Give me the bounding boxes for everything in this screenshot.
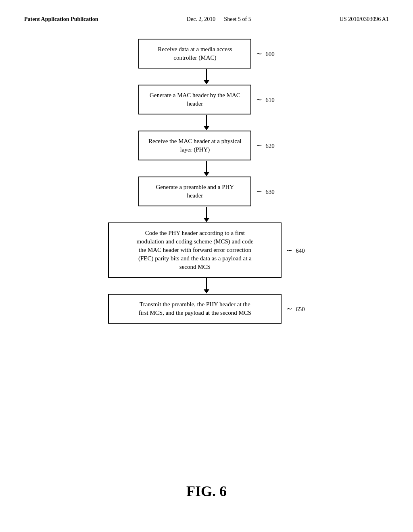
label-610: 610	[265, 97, 275, 103]
figure-caption: FIG. 6	[0, 483, 413, 500]
flow-box-600: Receive data at a media accesscontroller…	[138, 39, 251, 69]
flow-label-650: ∼ 650	[286, 304, 305, 313]
flow-row-640: Code the PHY header according to a first…	[108, 222, 305, 278]
flow-label-610: ∼ 610	[256, 95, 274, 104]
flow-row-620: Receive the MAC header at a physicallaye…	[138, 131, 274, 160]
label-630: 630	[265, 189, 275, 195]
flow-label-640: ∼ 640	[286, 246, 305, 255]
tilde-650: ∼	[286, 305, 292, 313]
flow-box-600-text: Receive data at a media accesscontroller…	[158, 46, 232, 61]
flow-box-630: Generate a preamble and a PHYheader	[138, 177, 251, 206]
header-publication: Patent Application Publication	[24, 16, 98, 23]
arrow-630-640	[204, 206, 209, 222]
page-header: Patent Application Publication Dec. 2, 2…	[24, 16, 389, 23]
label-600: 600	[265, 51, 275, 57]
flow-label-620: ∼ 620	[256, 141, 274, 150]
tilde-640: ∼	[286, 246, 292, 254]
label-640: 640	[296, 247, 305, 254]
flow-box-630-text: Generate a preamble and a PHYheader	[156, 184, 234, 199]
page: Patent Application Publication Dec. 2, 2…	[0, 0, 413, 532]
tilde-610: ∼	[256, 96, 262, 104]
arrow-600-610	[204, 69, 209, 85]
flowchart: Receive data at a media accesscontroller…	[24, 39, 389, 324]
label-650: 650	[296, 306, 305, 312]
flow-box-620-text: Receive the MAC header at a physicallaye…	[148, 138, 242, 153]
header-date-sheet: Dec. 2, 2010 Sheet 5 of 5	[187, 16, 251, 23]
label-620: 620	[265, 143, 275, 149]
arrow-610-620	[204, 114, 209, 131]
tilde-620: ∼	[256, 141, 262, 150]
flow-label-630: ∼ 630	[256, 187, 274, 196]
tilde-600: ∼	[256, 50, 262, 58]
flow-box-640-text: Code the PHY header according to a first…	[136, 230, 253, 270]
flow-row-600: Receive data at a media accesscontroller…	[138, 39, 274, 69]
tilde-630: ∼	[256, 187, 262, 195]
flow-box-650: Transmit the preamble, the PHY header at…	[108, 294, 282, 324]
arrow-620-630	[204, 160, 209, 177]
header-sheet: Sheet 5 of 5	[224, 16, 251, 22]
flow-label-600: ∼ 600	[256, 49, 274, 58]
flow-row-650: Transmit the preamble, the PHY header at…	[108, 294, 305, 324]
flow-box-610-text: Generate a MAC header by the MACheader	[150, 92, 240, 107]
flow-row-630: Generate a preamble and a PHYheader ∼ 63…	[138, 177, 274, 206]
arrow-640-650	[204, 278, 209, 294]
flow-box-620: Receive the MAC header at a physicallaye…	[138, 131, 251, 160]
flow-box-640: Code the PHY header according to a first…	[108, 222, 282, 278]
flow-box-610: Generate a MAC header by the MACheader	[138, 85, 251, 114]
flow-box-650-text: Transmit the preamble, the PHY header at…	[139, 301, 252, 316]
header-date: Dec. 2, 2010	[187, 16, 216, 22]
flow-row-610: Generate a MAC header by the MACheader ∼…	[138, 85, 274, 114]
header-patent-number: US 2010/0303096 A1	[340, 16, 389, 23]
